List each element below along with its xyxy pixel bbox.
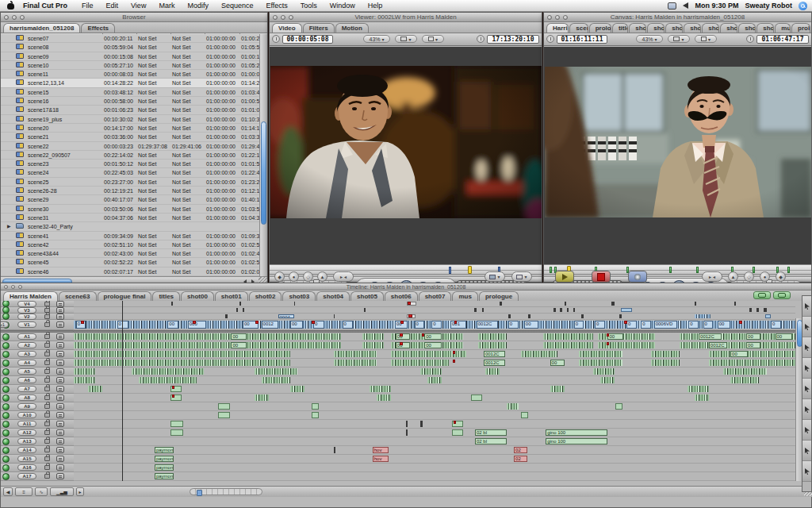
- insert-edit-button[interactable]: [555, 271, 574, 283]
- timeline-clip[interactable]: [482, 308, 484, 312]
- out-of-sync-marker[interactable]: [408, 302, 411, 305]
- track-audible-icon[interactable]: [2, 447, 10, 454]
- timeline-clip[interactable]: [730, 377, 759, 383]
- track-audible-icon[interactable]: [2, 473, 10, 480]
- track-destination-a5[interactable]: A5: [17, 368, 36, 375]
- zoom-button[interactable]: [18, 285, 22, 289]
- auto-select-icon[interactable]: [56, 314, 64, 320]
- timeline-clip[interactable]: [651, 360, 680, 366]
- track-lane-v2[interactable]: 0004: [74, 314, 795, 320]
- track-audible-icon[interactable]: [2, 360, 10, 367]
- track-lock-icon[interactable]: [44, 369, 50, 374]
- viewer-tab-video[interactable]: Video: [272, 23, 302, 33]
- timeline-clip[interactable]: [621, 308, 633, 312]
- track-destination-a15[interactable]: A15: [17, 456, 36, 462]
- timeline-clip[interactable]: [377, 394, 391, 401]
- timeline-clip[interactable]: paymon: [155, 473, 174, 479]
- timeline-clip[interactable]: [132, 368, 204, 375]
- timeline-clip[interactable]: 0: [626, 321, 637, 329]
- track-lock-icon[interactable]: [44, 430, 50, 435]
- browser-row[interactable]: scene2100:03:36:00Not SetNot Set01:00:00…: [1, 133, 267, 141]
- out-of-sync-marker[interactable]: [453, 360, 456, 363]
- canvas-tab-scene63[interactable]: scene63: [569, 23, 588, 33]
- track-destination-v1[interactable]: V1: [17, 321, 36, 328]
- timeline-clip[interactable]: [74, 360, 290, 366]
- add-marker-button[interactable]: ▲: [728, 271, 738, 282]
- browser-row[interactable]: scene19_plus00:10:30:02Not SetNot Set01:…: [1, 115, 267, 124]
- timeline-tab-scene63[interactable]: scene63: [59, 291, 97, 301]
- timeline-clip[interactable]: [334, 447, 336, 453]
- track-lock-icon[interactable]: [44, 474, 50, 479]
- menu-file[interactable]: File: [75, 2, 100, 10]
- timeline-clip[interactable]: [508, 314, 511, 318]
- minimize-button[interactable]: [281, 15, 285, 20]
- browser-row[interactable]: scene22_09050700:22:14:02Not SetNot Set0…: [1, 151, 267, 160]
- displays-menu-icon[interactable]: [668, 2, 676, 10]
- track-lock-icon[interactable]: [44, 413, 50, 418]
- track-audible-icon[interactable]: [2, 412, 10, 419]
- canvas-tab-harris-malden[interactable]: Harris Malden: [546, 23, 569, 33]
- timeline-clip[interactable]: [764, 308, 767, 312]
- menu-sequence[interactable]: Sequence: [215, 2, 260, 10]
- track-lane-v3[interactable]: [74, 307, 795, 314]
- browser-row[interactable]: scene2000:14:17:00Not SetNot Set01:00:00…: [1, 124, 267, 133]
- timeline-clip[interactable]: [471, 394, 483, 401]
- track-lane-a3[interactable]: 0012C00: [74, 350, 795, 359]
- timeline-clip[interactable]: [171, 302, 173, 306]
- window-buttons[interactable]: [4, 285, 22, 289]
- out-of-sync-marker[interactable]: [624, 321, 627, 324]
- timeline-clip[interactable]: gino 100: [546, 438, 607, 444]
- timeline-clip[interactable]: 0: [508, 321, 519, 329]
- out-of-sync-marker[interactable]: [422, 333, 425, 337]
- timeline-titlebar[interactable]: Timeline: Harris Malden in harrismalden_…: [1, 283, 811, 291]
- timeline-clip[interactable]: [680, 342, 795, 348]
- timeline-clip[interactable]: 00: [718, 321, 730, 329]
- track-destination-a1[interactable]: A1: [17, 333, 36, 340]
- track-lane-a15[interactable]: paymonhov02: [74, 455, 795, 464]
- browser-row[interactable]: scene4600:02:07:17Not SetNot Set01:00:00…: [1, 267, 267, 276]
- timeline-clip[interactable]: [170, 429, 183, 436]
- track-audible-icon[interactable]: [2, 394, 10, 402]
- tool-edit-selection-button[interactable]: [802, 317, 812, 337]
- browser-row[interactable]: scene1600:00:58:00Not SetNot Set01:00:00…: [1, 97, 267, 106]
- track-height-button[interactable]: ≡: [15, 487, 33, 496]
- timeline-clip[interactable]: [688, 386, 709, 392]
- auto-select-icon[interactable]: [56, 301, 64, 307]
- auto-select-icon[interactable]: [56, 342, 64, 348]
- track-destination-a3[interactable]: A3: [17, 351, 36, 357]
- track-destination-a13[interactable]: A13: [17, 438, 36, 444]
- out-of-sync-marker[interactable]: [607, 342, 610, 345]
- browser-row[interactable]: scene12,13,1400:14:28:22Not SetNot Set01…: [1, 79, 267, 87]
- timeline-clip[interactable]: [528, 314, 530, 318]
- timeline-clip[interactable]: [507, 403, 519, 410]
- browser-row[interactable]: scene0800:05:59:04Not SetNot Set01:00:00…: [1, 43, 267, 52]
- timeline-clip[interactable]: [485, 368, 500, 375]
- canvas-tab-shot04[interactable]: shot04: [702, 23, 719, 33]
- minimize-button[interactable]: [12, 15, 17, 20]
- timeline-clip[interactable]: [74, 377, 95, 383]
- auto-select-icon[interactable]: [56, 321, 64, 328]
- tool-ripple-roll-button[interactable]: [802, 358, 812, 379]
- timeline-clip[interactable]: 00: [424, 342, 442, 348]
- timeline-clip[interactable]: 000: [188, 321, 207, 329]
- track-lock-icon[interactable]: [44, 387, 50, 391]
- track-destination-a12[interactable]: A12: [17, 429, 36, 436]
- timeline-clip[interactable]: [579, 360, 622, 366]
- out-of-sync-marker[interactable]: [454, 321, 458, 324]
- user-menu[interactable]: Sweaty Robot: [745, 2, 792, 10]
- timeline-clip[interactable]: [500, 302, 502, 306]
- menu-mark[interactable]: Mark: [152, 2, 181, 10]
- timeline-clip[interactable]: [543, 342, 594, 348]
- track-lane-a2[interactable]: 0000000012C00: [74, 341, 795, 350]
- timeline-clip[interactable]: 02 bl: [475, 429, 507, 436]
- timeline-clip[interactable]: [565, 302, 566, 306]
- track-lane-a16[interactable]: paymon: [74, 464, 795, 472]
- timeline-clip[interactable]: 00: [167, 321, 178, 329]
- timeline-playhead[interactable]: [122, 301, 123, 481]
- timeline-clip[interactable]: [765, 314, 771, 318]
- out-of-sync-marker[interactable]: [81, 321, 84, 324]
- browser-row[interactable]: scene0900:00:15:08Not SetNot Set01:00:00…: [1, 52, 267, 61]
- track-lane-a11[interactable]: [74, 420, 795, 429]
- timeline-clip[interactable]: [255, 368, 298, 375]
- canvas-tab-shot03[interactable]: shot03: [684, 23, 701, 33]
